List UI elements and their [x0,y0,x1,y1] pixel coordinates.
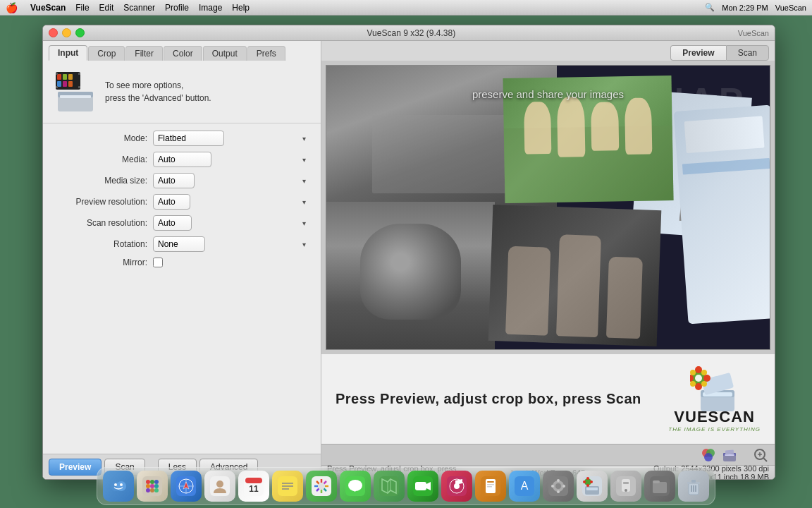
dock-appstore[interactable]: A [509,471,540,502]
dock-launchpad[interactable] [137,471,168,502]
menubar-profile[interactable]: Profile [165,3,189,13]
svg-point-61 [216,480,223,488]
menubar-image[interactable]: Image [199,3,222,13]
tab-color[interactable]: Color [164,46,202,61]
color-adjust-icon[interactable] [700,447,717,464]
maximize-button[interactable] [75,28,85,37]
mode-select-wrapper: Flatbed Film Transparency [153,131,309,146]
menubar-spotlight[interactable]: 🔍 [705,3,715,12]
menubar-app-name[interactable]: VueScan [30,3,66,13]
svg-point-20 [695,383,702,390]
svg-point-103 [557,490,560,493]
svg-rect-124 [691,480,696,483]
zoom-in-icon[interactable] [752,447,769,464]
dock-stylus[interactable] [610,471,641,502]
tab-bar: Input Crop Filter Color Output Prefs [43,41,321,61]
tab-crop[interactable]: Crop [88,46,125,61]
apple-menu[interactable]: 🍎 [6,2,18,13]
svg-rect-87 [415,482,426,490]
tab-filter[interactable]: Filter [125,46,163,61]
dock-itunes[interactable] [441,471,472,502]
preview-button[interactable]: Preview [49,459,102,476]
vuescan-sub-text: THE IMAGE IS EVERYTHING [668,426,761,433]
svg-rect-13 [78,86,80,88]
dock-safari[interactable] [171,471,202,502]
scanner-device [674,105,770,324]
tab-preview[interactable]: Preview [670,45,725,61]
dock-ibooks[interactable] [475,471,506,502]
svg-point-19 [695,366,702,373]
dock-photos[interactable] [306,471,337,502]
menubar-vuescan-right: VueScan [775,4,806,12]
rotation-select[interactable]: None 90 CW 90 CCW 180 [153,236,205,252]
svg-point-104 [551,485,554,488]
svg-point-30 [704,453,713,461]
promo-bottom: Press Preview, adjust crop box, press Sc… [321,354,775,444]
media-size-label: Media size: [54,176,153,186]
svg-rect-12 [56,86,58,88]
media-select[interactable]: Auto Photo Document [153,152,211,167]
svg-point-80 [348,480,362,491]
dock-notes[interactable] [272,471,303,502]
preview-res-label: Preview resolution: [54,197,153,207]
svg-point-27 [695,375,702,382]
menubar-scanner[interactable]: Scanner [123,3,155,13]
tab-output[interactable]: Output [203,46,247,61]
tab-scan[interactable]: Scan [726,45,769,61]
titlebar-right: VueScan [738,29,769,37]
dock-finder[interactable] [103,471,134,502]
photo-boys [488,205,661,346]
svg-point-26 [701,381,707,387]
svg-rect-9 [68,81,73,87]
dock-facetime[interactable] [407,471,438,502]
svg-point-25 [690,381,696,387]
menubar-datetime: Mon 2:29 PM [722,4,768,12]
svg-point-50 [154,484,159,488]
scan-icon-small[interactable] [721,447,738,464]
dock-trash[interactable] [678,471,709,502]
scan-res-label: Scan resolution: [54,218,153,228]
form-section: Mode: Flatbed Film Transparency Media: A… [43,123,321,454]
dock-messages[interactable] [340,471,371,502]
vuescan-logo-area: VUESCAN THE IMAGE IS EVERYTHING [668,365,761,433]
minimize-button[interactable] [62,28,71,37]
form-row-media-size: Media size: Auto Letter A4 [54,173,309,188]
tab-prefs[interactable]: Prefs [247,46,285,61]
rotation-select-wrapper: None 90 CW 90 CCW 180 [153,236,309,252]
menubar-edit[interactable]: Edit [99,3,114,13]
svg-point-113 [590,480,593,483]
svg-line-36 [763,458,767,461]
titlebar: VueScan 9 x32 (9.4.38) VueScan [43,25,775,41]
tab-input[interactable]: Input [49,45,87,61]
dock-maps[interactable] [374,471,405,502]
preview-res-select[interactable]: Auto 75 150 300 [153,194,190,210]
svg-rect-2 [60,95,91,98]
media-select-wrapper: Auto Photo Document [153,152,309,167]
svg-point-43 [120,483,123,486]
media-label: Media: [54,155,153,164]
menubar-file[interactable]: File [75,3,89,13]
svg-point-49 [150,484,154,488]
media-size-select[interactable]: Auto Letter A4 [153,173,195,188]
dock-vuescan[interactable] [577,471,608,502]
mode-label: Mode: [54,133,153,143]
svg-rect-10 [56,73,58,75]
mirror-checkbox[interactable] [153,258,163,267]
dock-contacts[interactable] [204,471,235,502]
preview-area: SNAP preserve and share your images [326,65,770,350]
scan-res-select[interactable]: Auto 300 600 1200 [153,215,192,231]
dock-calendar[interactable]: 11 [238,471,269,502]
photo-dog [326,202,495,349]
svg-point-112 [583,480,586,483]
dock-filemanager[interactable] [644,471,675,502]
rotation-label: Rotation: [54,239,153,249]
close-button[interactable] [49,28,58,37]
dock-system-prefs[interactable] [543,471,574,502]
menubar-help[interactable]: Help [232,3,250,13]
mode-select[interactable]: Flatbed Film Transparency [153,131,224,146]
svg-point-105 [562,485,565,488]
svg-point-48 [146,484,150,488]
promo-main-text: Press Preview, adjust crop box, press Sc… [336,391,641,407]
svg-rect-8 [63,81,67,87]
scanner-film-icon [54,71,97,113]
